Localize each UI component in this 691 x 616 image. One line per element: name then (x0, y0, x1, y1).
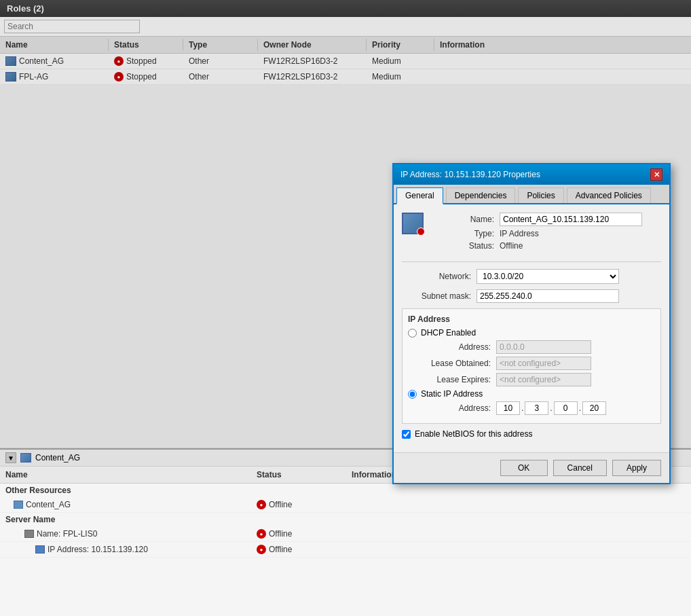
static-radio-row: Static IP Address (408, 389, 655, 399)
ip-dot2: . (550, 403, 552, 413)
separator (402, 261, 661, 262)
ip-address-title: IP Address (408, 314, 655, 324)
ip-parts: . . . (496, 401, 606, 415)
other-resources-header: Other Resources (0, 484, 691, 497)
server-icon (24, 530, 34, 538)
ip-properties-dialog: IP Address: 10.151.139.120 Properties ✕ … (392, 163, 671, 484)
name-label: Name: (432, 215, 500, 224)
server-row-name: Name: FPL-LIS0 (0, 528, 251, 540)
ip-part3[interactable] (554, 401, 578, 415)
name-input[interactable] (500, 213, 642, 226)
lease-expires-row: Lease Expires: (422, 373, 655, 386)
list-item[interactable]: IP Address: 10.151.139.120 ● Offline (0, 542, 691, 558)
other-row-name: Content_AG (0, 499, 251, 511)
dialog-body: Name: Type: IP Address Status: Offline (394, 204, 669, 452)
network-row: Network: 10.3.0.0/20 (402, 269, 661, 284)
resource-icon (14, 501, 23, 509)
network-label: Network: (402, 272, 477, 281)
netbios-checkbox[interactable] (402, 430, 411, 439)
dialog-close-button[interactable]: ✕ (650, 168, 662, 181)
lease-obtained-label: Lease Obtained: (422, 359, 496, 368)
dialog-title: IP Address: 10.151.139.120 Properties (400, 170, 540, 179)
static-radio[interactable] (408, 390, 417, 399)
netbios-label: Enable NetBIOS for this address (415, 429, 532, 439)
ip-row-name: IP Address: 10.151.139.120 (0, 543, 251, 556)
static-address-row: Address: . . . (422, 401, 655, 415)
dialog-overlay: IP Address: 10.151.139.120 Properties ✕ … (0, 0, 691, 448)
dhcp-radio-row: DHCP Enabled (408, 328, 655, 338)
dhcp-radio[interactable] (408, 329, 417, 338)
stopped-badge (417, 228, 425, 236)
role-icon (20, 453, 31, 463)
ip-address-section: IP Address DHCP Enabled Address: Lease O… (402, 308, 661, 424)
static-fields: Address: . . . (422, 401, 655, 415)
subnet-input[interactable] (477, 289, 619, 303)
lease-expires-label: Lease Expires: (422, 375, 496, 384)
type-value: IP Address (500, 229, 539, 238)
apply-button[interactable]: Apply (612, 460, 661, 476)
top-panel: Roles (2) Name Status Type Owner Node Pr… (0, 0, 691, 448)
cancel-button[interactable]: Cancel (553, 460, 607, 476)
resource-icon (402, 213, 424, 234)
dialog-titlebar: IP Address: 10.151.139.120 Properties ✕ (394, 164, 669, 185)
netbios-row: Enable NetBIOS for this address (402, 429, 661, 439)
other-row-info (346, 503, 691, 506)
stopped-icon: ● (257, 545, 266, 554)
lease-obtained-row: Lease Obtained: (422, 357, 655, 370)
ip-part2[interactable] (525, 401, 548, 415)
dialog-tabs: General Dependencies Policies Advanced P… (394, 185, 669, 204)
prop-status-row: Status: Offline (432, 241, 642, 251)
static-address-label: Address: (422, 403, 496, 413)
ip-dot1: . (521, 403, 523, 413)
dialog-footer: OK Cancel Apply (394, 452, 669, 483)
subnet-row: Subnet mask: (402, 289, 661, 303)
dhcp-label: DHCP Enabled (421, 328, 476, 338)
prop-type-row: Type: IP Address (432, 229, 642, 238)
ip-dot3: . (579, 403, 581, 413)
other-row-status: ● Offline (251, 499, 346, 511)
tab-dependencies[interactable]: Dependencies (446, 187, 516, 203)
list-item[interactable]: Name: FPL-LIS0 ● Offline (0, 526, 691, 542)
bottom-col-status: Status (251, 469, 346, 481)
stopped-icon: ● (257, 529, 266, 539)
status-label: Status: (432, 241, 500, 251)
collapse-button[interactable]: ▼ (5, 452, 16, 463)
ip-row-info (346, 548, 691, 551)
address-row: Address: (422, 340, 655, 354)
static-label: Static IP Address (421, 389, 483, 399)
dialog-props: Name: Type: IP Address Status: Offline (432, 213, 642, 253)
network-select[interactable]: 10.3.0.0/20 (477, 269, 619, 284)
tab-general[interactable]: General (396, 187, 443, 204)
bottom-col-name: Name (0, 469, 251, 481)
ip-part4[interactable] (582, 401, 606, 415)
ok-button[interactable]: OK (500, 460, 548, 476)
dialog-icon-row: Name: Type: IP Address Status: Offline (402, 213, 661, 253)
server-name-header: Server Name (0, 513, 691, 526)
list-item[interactable]: Content_AG ● Offline (0, 497, 691, 513)
bottom-panel-title: Content_AG (35, 453, 80, 463)
status-value: Offline (500, 241, 523, 251)
tab-advanced-policies[interactable]: Advanced Policies (567, 187, 651, 203)
ip-part1[interactable] (496, 401, 520, 415)
prop-name-row: Name: (432, 213, 642, 226)
ip-row-status: ● Offline (251, 543, 346, 556)
lease-expires-input (496, 373, 591, 386)
tab-policies[interactable]: Policies (518, 187, 563, 203)
subnet-label: Subnet mask: (402, 291, 477, 301)
server-row-info (346, 532, 691, 535)
dhcp-fields: Address: Lease Obtained: Lease Expires: (422, 340, 655, 386)
type-label: Type: (432, 229, 500, 238)
server-row-status: ● Offline (251, 528, 346, 540)
lease-obtained-input (496, 357, 591, 370)
stopped-icon: ● (257, 500, 266, 509)
address-label: Address: (422, 342, 496, 352)
address-input (496, 340, 591, 354)
ip-icon (35, 545, 45, 554)
